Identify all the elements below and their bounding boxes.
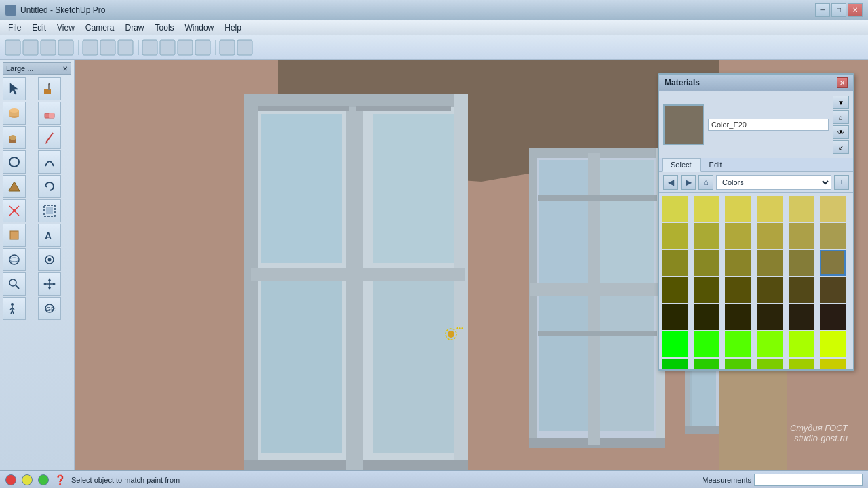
color-swatch[interactable] [820, 331, 846, 357]
color-swatch[interactable] [820, 304, 846, 330]
color-swatch[interactable] [662, 223, 688, 249]
titlebar: Untitled - SketchUp Pro ─ □ ✕ [0, 0, 868, 20]
color-swatch[interactable] [694, 196, 719, 222]
color-swatch[interactable] [757, 304, 783, 330]
scale-tool[interactable] [38, 199, 61, 222]
color-swatch[interactable] [662, 304, 688, 330]
color-swatch[interactable] [694, 331, 719, 357]
menu-item-help[interactable]: Help [219, 22, 247, 34]
menubar: FileEditViewCameraDrawToolsWindowHelp [0, 20, 868, 35]
color-swatch[interactable] [757, 277, 783, 303]
circle-tool[interactable] [3, 150, 26, 174]
minimize-button[interactable]: ─ [815, 3, 830, 17]
color-swatch[interactable] [662, 331, 688, 357]
look-tool[interactable] [38, 248, 61, 271]
color-swatch[interactable] [789, 359, 814, 369]
svg-marker-29 [45, 142, 48, 144]
color-swatch[interactable] [757, 196, 783, 222]
nav-home-button[interactable]: ⌂ [698, 175, 713, 190]
text-tool[interactable]: A [38, 224, 61, 247]
color-swatch[interactable] [662, 250, 688, 276]
preview-btn-down[interactable]: ▼ [833, 96, 849, 109]
color-swatch[interactable] [789, 196, 814, 222]
color-swatch[interactable] [662, 277, 688, 303]
status-circle-3 [38, 474, 49, 485]
color-swatch[interactable] [725, 359, 751, 369]
nav-back-button[interactable]: ◀ [663, 175, 678, 190]
pencil-tool[interactable] [38, 126, 61, 149]
nav-forward-button[interactable]: ▶ [681, 175, 696, 190]
color-swatch[interactable] [757, 331, 783, 357]
color-swatch[interactable] [820, 250, 846, 276]
color-swatch[interactable] [757, 223, 783, 249]
color-swatch[interactable] [789, 277, 814, 303]
fly-tool[interactable]: GPS [38, 297, 61, 320]
svg-rect-10 [160, 40, 175, 55]
color-swatch[interactable] [694, 277, 719, 303]
window-title: Untitled - SketchUp Pro [20, 5, 815, 15]
select-tool[interactable] [3, 77, 26, 100]
preview-buttons: ▼ ⌂ 👁 ↙ [833, 96, 849, 154]
svg-rect-12 [195, 40, 210, 55]
menu-item-camera[interactable]: Camera [80, 22, 120, 34]
tab-edit[interactable]: Edit [701, 158, 731, 171]
color-swatch[interactable] [694, 304, 719, 330]
color-swatch[interactable] [820, 223, 846, 249]
preview-btn-home[interactable]: ⌂ [833, 110, 849, 124]
rotate-tool[interactable] [38, 175, 61, 198]
preview-btn-eye[interactable]: 👁 [833, 125, 849, 139]
menu-item-file[interactable]: File [3, 22, 26, 34]
maximize-button[interactable]: □ [831, 3, 846, 17]
left-toolbar: Large ... ✕ [0, 60, 75, 470]
svg-point-42 [9, 255, 19, 264]
category-dropdown[interactable]: ColorsBrickMetalStoneWood [716, 175, 831, 190]
measurements-input[interactable] [754, 474, 863, 486]
color-swatch[interactable] [725, 277, 751, 303]
color-swatch[interactable] [820, 277, 846, 303]
color-swatch[interactable] [694, 359, 719, 369]
color-swatch[interactable] [662, 359, 688, 369]
color-swatch[interactable] [725, 250, 751, 276]
menu-item-tools[interactable]: Tools [150, 22, 180, 34]
color-swatch[interactable] [725, 331, 751, 357]
color-swatch[interactable] [789, 331, 814, 357]
arc-tool[interactable] [38, 150, 61, 174]
color-swatch[interactable] [662, 196, 688, 222]
color-swatch[interactable] [725, 196, 751, 222]
menu-item-view[interactable]: View [52, 22, 80, 34]
svg-rect-69 [261, 114, 342, 263]
nav-add-button[interactable]: + [834, 175, 849, 190]
color-swatch[interactable] [820, 359, 846, 369]
color-swatch[interactable] [789, 250, 814, 276]
eraser-tool[interactable] [38, 102, 61, 125]
close-button[interactable]: ✕ [848, 3, 863, 17]
explode-tool[interactable] [3, 199, 26, 222]
color-swatch[interactable] [789, 304, 814, 330]
menu-item-draw[interactable]: Draw [120, 22, 150, 34]
move-tool[interactable] [3, 224, 26, 247]
color-swatch[interactable] [725, 223, 751, 249]
triangle-tool[interactable] [3, 175, 26, 198]
material-name-input[interactable] [708, 119, 829, 131]
panel-close-button[interactable]: ✕ [837, 77, 848, 88]
orbit-tool[interactable] [3, 248, 26, 271]
menu-item-edit[interactable]: Edit [26, 22, 52, 34]
color-swatch[interactable] [820, 196, 846, 222]
walk-tool[interactable] [3, 297, 26, 320]
preview-btn-reset[interactable]: ↙ [833, 140, 849, 154]
zoom-tool[interactable] [3, 272, 26, 296]
material-tool[interactable] [3, 126, 26, 149]
push-pull-tool[interactable] [3, 102, 26, 125]
color-swatch[interactable] [694, 250, 719, 276]
color-swatch[interactable] [757, 359, 783, 369]
paint-tool[interactable] [38, 77, 61, 100]
color-swatch[interactable] [789, 223, 814, 249]
tab-select[interactable]: Select [662, 158, 701, 172]
menu-item-window[interactable]: Window [180, 22, 220, 34]
canvas-area[interactable]: ••• Студия ГОСТ studio-gost.ru Materials… [75, 60, 868, 470]
color-swatch[interactable] [725, 304, 751, 330]
panel-header: Materials ✕ [659, 75, 853, 92]
pan-tool[interactable] [38, 272, 61, 296]
color-swatch[interactable] [757, 250, 783, 276]
color-swatch[interactable] [694, 223, 719, 249]
